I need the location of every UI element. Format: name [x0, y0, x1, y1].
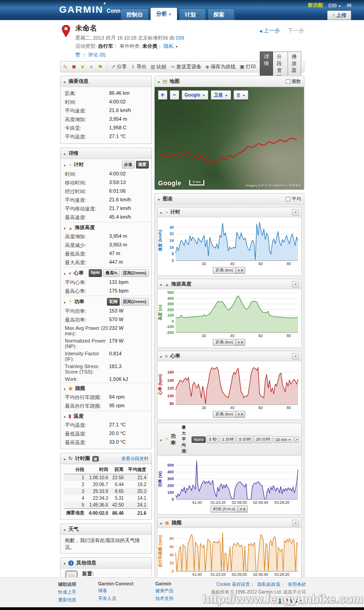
footer-link-最新信息[interactable]: 最新信息	[58, 597, 76, 603]
laps-row[interactable]: 422:34.35.3114.1	[64, 495, 148, 502]
laps-row[interactable]: 220:06.76.4419.2	[64, 481, 148, 488]
other-info-panel-header[interactable]: 其他信息	[61, 558, 152, 569]
分享-button[interactable]: 分享	[111, 63, 126, 70]
summary-panel-header[interactable]: 摘要信息	[61, 76, 152, 87]
max-avg-20 分钟[interactable]: 20 分钟	[254, 436, 273, 443]
prev-activity-link[interactable]: 上一步	[259, 27, 280, 34]
toggle-区间(Zones)[interactable]: 区间(Zones)	[121, 298, 149, 306]
like-link[interactable]: 赞	[76, 52, 81, 57]
导出-button[interactable]: 导出	[131, 63, 147, 70]
legal-link-使用条款[interactable]: 使用条款	[288, 582, 306, 587]
toggle-速度[interactable]: 速度	[136, 161, 149, 169]
envelope-icon[interactable]	[347, 2, 351, 9]
expand-icon[interactable]	[292, 209, 299, 215]
toggle-bpm[interactable]: bpm	[89, 269, 102, 277]
favorite-icon[interactable]	[81, 64, 85, 70]
max-avg-dropdown[interactable]: 10 mn	[273, 436, 293, 443]
max-avg-5 秒[interactable]: 5 秒	[207, 436, 219, 443]
detail-section-温度[interactable]: 温度	[61, 410, 152, 421]
comments-link[interactable]: 评论 (0)	[88, 52, 106, 57]
map-provider-dropdown[interactable]: Google▼	[182, 90, 208, 100]
x-axis-dropdown[interactable]: 距离 (km)▼	[213, 339, 245, 346]
map-layers-dropdown[interactable]: ≣▼	[233, 90, 248, 100]
打印-button[interactable]: 打印	[240, 63, 256, 70]
x-axis-dropdown[interactable]: 距离 (km)▼	[213, 267, 245, 274]
x-axis-dropdown[interactable]: 时间 (h:m:s)▼	[211, 506, 248, 513]
weather-panel-header[interactable]: 天气	[61, 524, 152, 535]
delete-icon[interactable]	[72, 64, 76, 70]
detail-section-踏频[interactable]: 踏频	[61, 383, 152, 393]
laps-row[interactable]: 11:06:10.623.5621.4	[64, 474, 148, 482]
laps-col-header[interactable]: 时间	[86, 466, 110, 474]
laps-col-header[interactable]: 分段	[64, 466, 86, 474]
legal-link-隐私权政策[interactable]: 隐私权政策	[258, 582, 280, 587]
expand-icon[interactable]	[292, 353, 299, 359]
chart-header-cadence[interactable]: 踏频	[157, 518, 301, 528]
chart-plot-power[interactable]: 010020030040050041:4001:23:2002:05:0002:…	[157, 457, 301, 505]
flag-icon[interactable]	[98, 64, 103, 70]
chart-plot-elevation[interactable]: -200-100010020030040050020406080高度 (m)	[157, 290, 301, 338]
footer-link-健身产品[interactable]: 健身产品	[155, 588, 173, 594]
user-menu[interactable]: 039	[329, 3, 341, 8]
edit-icon[interactable]	[63, 64, 68, 70]
toggle-区间(Zones)[interactable]: 区间(Zones)	[121, 269, 149, 277]
发送至设备-button[interactable]: 发送至设备	[171, 63, 201, 70]
比较-button[interactable]: 比较	[151, 63, 167, 70]
max-avg-1 分钟[interactable]: 1 分钟	[220, 436, 236, 443]
detail-section-心率[interactable]: 心率bpm最高%区间(Zones)	[61, 267, 152, 278]
detail-section-计时[interactable]: 计时步速速度	[61, 159, 152, 170]
expand-icon[interactable]	[294, 436, 299, 443]
new-features-link[interactable]: 新功能	[308, 2, 323, 9]
toggle-最高%[interactable]: 最高%	[103, 269, 120, 277]
tab-控制台[interactable]: 控制台	[121, 8, 149, 20]
chart-plot-heartrate[interactable]: 8010012014016020406080心率 (bpm)	[157, 362, 301, 410]
detail-section-功率[interactable]: 功率瓦特区间(Zones)	[61, 296, 152, 307]
laps-col-header[interactable]: 平均速度	[126, 466, 148, 474]
privacy-dropdown[interactable]: 隐私	[164, 43, 178, 49]
map-canvas[interactable]: + − Google▼ 卫星▼ ≣▼ Google 5 km Imagery ©…	[155, 87, 304, 190]
map-view-dropdown[interactable]: 卫星▼	[211, 90, 231, 100]
expand-icon[interactable]	[292, 520, 299, 526]
laps-panel-header[interactable]: 计时圈 查看分段资料	[61, 453, 152, 464]
next-activity-link[interactable]: 下一步	[288, 27, 304, 34]
chart-header-power[interactable]: 功率最大平均值:None5 秒1 分钟5 分钟20 分钟10 mn	[157, 423, 301, 456]
laps-view-toggle[interactable]	[92, 456, 99, 461]
summary-value: 4:00:02	[109, 99, 126, 106]
chart-header-heartrate[interactable]: 心率	[157, 351, 301, 361]
footer-link-博客[interactable]: 博客	[98, 588, 134, 594]
upload-button[interactable]: 上传	[327, 10, 351, 20]
tab-探索[interactable]: 探索	[207, 8, 235, 20]
activity-owner-link[interactable]: 039	[176, 35, 184, 41]
detail-section-海拔高度[interactable]: 海拔高度	[61, 222, 152, 232]
tab-分析[interactable]: 分析	[150, 7, 177, 20]
chart-plot-speed[interactable]: 081624324020406080速度 (km/h)	[157, 218, 301, 267]
svg-text:03:28:20: 03:28:20	[274, 572, 289, 577]
laps-col-header[interactable]: 距离	[110, 466, 126, 474]
view-splits-link[interactable]: 查看分段资料	[121, 456, 149, 462]
tab-计划[interactable]: 计划	[179, 8, 206, 20]
star-icon[interactable]	[89, 64, 94, 70]
legal-link-Cookie 喜好设置[interactable]: Cookie 喜好设置	[216, 582, 250, 587]
map-panel-header[interactable]: 地图 圈数	[155, 76, 304, 87]
chart-header-elevation[interactable]: 海拔高度	[157, 279, 301, 289]
max-avg-None[interactable]: None	[192, 436, 206, 443]
charts-panel-header[interactable]: 图表 平均	[155, 194, 304, 205]
map-zoom-in-button[interactable]: +	[158, 90, 167, 100]
details-panel-header[interactable]: 详情	[61, 148, 152, 159]
max-avg-5 分钟[interactable]: 5 分钟	[237, 436, 253, 443]
laps-row[interactable]: 325:33.98.6520.3	[64, 488, 148, 495]
average-checkbox[interactable]	[286, 197, 290, 201]
toggle-步速[interactable]: 步速	[122, 161, 135, 169]
toggle-瓦特[interactable]: 瓦特	[107, 298, 120, 306]
chart-plot-cadence[interactable]: 02040608041:4001:23:2002:05:0002:46:4003…	[157, 529, 301, 577]
x-axis-dropdown[interactable]: 距离 (km)▼	[213, 411, 245, 418]
chart-header-speed[interactable]: 计时	[157, 207, 301, 217]
map-zoom-out-button[interactable]: −	[170, 90, 179, 100]
expand-icon[interactable]	[292, 281, 299, 287]
laps-row[interactable]: 51:45:36.642.5024.1	[64, 502, 148, 509]
保存为路线-button[interactable]: 保存为路线	[205, 63, 235, 70]
footer-link-技术支持[interactable]: 技术支持	[155, 595, 173, 602]
footer-link-开发人员[interactable]: 开发人员	[98, 595, 134, 602]
footer-link-快速上手[interactable]: 快速上手	[58, 589, 76, 595]
laps-checkbox[interactable]	[286, 79, 290, 84]
